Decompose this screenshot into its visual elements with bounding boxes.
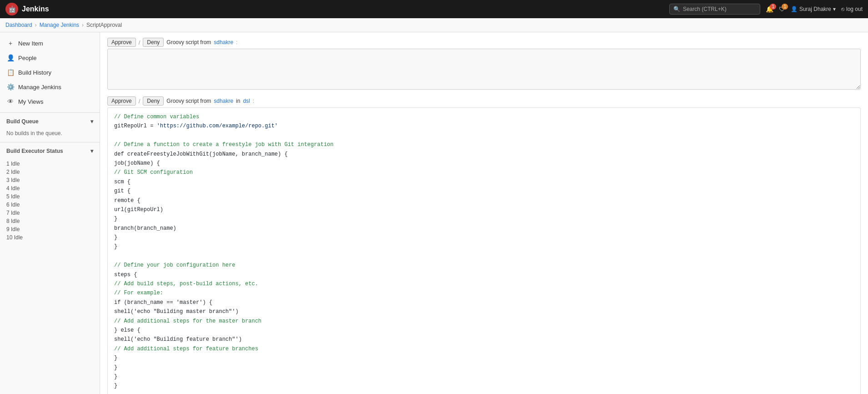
sidebar-label-new-item: New Item (18, 40, 43, 47)
jenkins-logo-link[interactable]: 🤖 Jenkins (5, 3, 49, 15)
code-line: shell('echo "Building master branch"') (114, 307, 854, 316)
approval-text-1: Groovy script from (166, 39, 211, 45)
security-button[interactable]: 🛡 1 (779, 5, 785, 13)
sidebar-label-my-views: My Views (18, 98, 43, 105)
build-executor-content: 1 Idle2 Idle3 Idle4 Idle5 Idle6 Idle7 Id… (0, 158, 100, 243)
sidebar-item-build-history[interactable]: 📋 Build History (0, 65, 100, 80)
build-queue-section: Build Queue ▾ No builds in the queue. (0, 112, 100, 138)
code-line: branch(branch_name) (114, 224, 854, 233)
security-badge: 1 (782, 4, 788, 10)
jenkins-logo-icon: 🤖 (5, 3, 18, 15)
executor-row: 3 Idle (6, 176, 93, 184)
approval-row-2: Approve / Deny Groovy script from sdhakr… (107, 96, 861, 106)
executor-row: 8 Idle (6, 217, 93, 225)
code-line: steps { (114, 270, 854, 279)
code-line: // Define your job configuration here (114, 261, 854, 270)
build-executor-chevron: ▾ (90, 148, 93, 154)
sidebar: + New Item 👤 People 📋 Build History ⚙️ M… (0, 32, 100, 394)
logout-label: log out (846, 6, 863, 12)
sidebar-label-people: People (18, 55, 36, 61)
main-layout: + New Item 👤 People 📋 Build History ⚙️ M… (0, 32, 868, 394)
code-line: // Add additional steps for the master b… (114, 317, 854, 326)
breadcrumb-sep-2: › (82, 22, 84, 28)
build-queue-empty: No builds in the queue. (6, 130, 62, 136)
approve-button-2[interactable]: Approve (107, 96, 136, 106)
code-line: } (114, 242, 854, 251)
build-queue-header[interactable]: Build Queue ▾ (0, 115, 100, 128)
code-line: url(gitRepoUrl) (114, 205, 854, 214)
executor-row: 9 Idle (6, 225, 93, 233)
code-line: gitRepoUrl = 'https://github.com/example… (114, 121, 854, 131)
build-history-icon: 📋 (6, 69, 15, 76)
breadcrumb: Dashboard › Manage Jenkins › ScriptAppro… (0, 18, 868, 32)
sidebar-label-build-history: Build History (18, 69, 51, 76)
code-line: if (branch_name == 'master') { (114, 298, 854, 307)
script-textarea-1[interactable] (107, 49, 861, 90)
app-title: Jenkins (22, 5, 49, 13)
sidebar-item-new-item[interactable]: + New Item (0, 36, 100, 51)
breadcrumb-manage-jenkins[interactable]: Manage Jenkins (40, 22, 79, 28)
sidebar-item-people[interactable]: 👤 People (0, 51, 100, 65)
manage-jenkins-icon: ⚙️ (6, 83, 15, 91)
code-line: def createFreestyleJobWithGit(jobName, b… (114, 150, 854, 159)
new-item-icon: + (6, 40, 15, 47)
build-executor-section: Build Executor Status ▾ 1 Idle2 Idle3 Id… (0, 142, 100, 243)
sidebar-label-manage-jenkins: Manage Jenkins (18, 84, 61, 91)
approval-sep-2: / (139, 98, 140, 105)
breadcrumb-dashboard[interactable]: Dashboard (5, 22, 32, 28)
my-views-icon: 👁 (6, 98, 15, 105)
code-line: // Add build steps, post-build actions, … (114, 279, 854, 288)
code-line: git { (114, 187, 854, 196)
build-queue-title: Build Queue (6, 118, 39, 125)
notifications-button[interactable]: 🔔 1 (766, 5, 773, 13)
breadcrumb-sep-1: › (35, 22, 37, 28)
approve-button-1[interactable]: Approve (107, 38, 136, 47)
approval-user-2[interactable]: sdhakre (214, 98, 233, 104)
executor-row: 1 Idle (6, 160, 93, 168)
executor-row: 4 Idle (6, 184, 93, 192)
breadcrumb-current: ScriptApproval (86, 22, 122, 28)
approval-sep-1: / (139, 39, 140, 46)
build-executor-title: Build Executor Status (6, 148, 63, 154)
nav-icons: 🔔 1 🛡 1 👤 Suraj Dhakre ▾ ⎋ log out (766, 5, 863, 13)
build-executor-header[interactable]: Build Executor Status ▾ (0, 144, 100, 158)
executor-row: 10 Idle (6, 233, 93, 242)
code-line (114, 252, 854, 261)
main-content: Approve / Deny Groovy script from sdhakr… (100, 32, 868, 394)
code-line: job(jobName) { (114, 159, 854, 168)
logout-button[interactable]: ⎋ log out (841, 6, 863, 12)
approval-in-text: in (236, 98, 240, 104)
approval-more-1[interactable]: : (236, 39, 237, 45)
search-icon: 🔍 (673, 6, 680, 12)
approval-text-2: Groovy script from (166, 98, 211, 104)
code-line: } else { (114, 326, 854, 335)
sidebar-item-my-views[interactable]: 👁 My Views (0, 94, 100, 109)
deny-button-2[interactable]: Deny (143, 96, 164, 106)
code-line: } (114, 372, 854, 381)
code-line: } (114, 214, 854, 223)
sidebar-item-manage-jenkins[interactable]: ⚙️ Manage Jenkins (0, 80, 100, 94)
code-line: shell('echo "Building feature branch"') (114, 335, 854, 344)
approval-context[interactable]: dsl (243, 98, 250, 104)
code-line: // Define a function to create a freesty… (114, 140, 854, 149)
code-line: } (114, 233, 854, 242)
executor-row: 5 Idle (6, 192, 93, 201)
code-line: } (114, 381, 854, 390)
search-box[interactable]: 🔍 Search (CTRL+K) (669, 4, 760, 15)
executor-row: 6 Idle (6, 201, 93, 209)
people-icon: 👤 (6, 54, 15, 61)
code-line: remote { (114, 196, 854, 205)
approval-user-1[interactable]: sdhakre (214, 39, 233, 45)
user-menu-button[interactable]: 👤 Suraj Dhakre ▾ (791, 6, 836, 12)
deny-button-1[interactable]: Deny (143, 38, 164, 47)
code-line: // Define common variables (114, 112, 854, 121)
code-block: // Define common variablesgitRepoUrl = '… (107, 107, 861, 394)
approval-row-1: Approve / Deny Groovy script from sdhakr… (107, 38, 861, 47)
search-placeholder: Search (CTRL+K) (683, 6, 727, 12)
approval-more-2[interactable]: : (253, 98, 254, 104)
code-line: // Git SCM configuration (114, 168, 854, 177)
code-line: } (114, 354, 854, 363)
build-queue-content: No builds in the queue. (0, 128, 100, 138)
notification-badge: 1 (770, 4, 776, 10)
code-line: // For example: (114, 288, 854, 298)
